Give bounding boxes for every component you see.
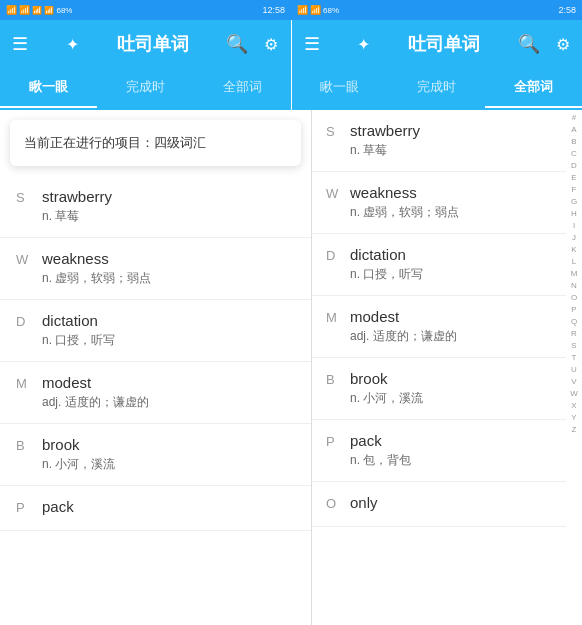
status-time-left: 12:58 xyxy=(262,5,285,15)
alpha-letter[interactable]: T xyxy=(572,352,577,364)
right-word-letter: B xyxy=(326,370,340,387)
alpha-letter[interactable]: B xyxy=(571,136,576,148)
alpha-letter[interactable]: V xyxy=(571,376,576,388)
search-icon-right[interactable]: 🔍 xyxy=(518,33,540,55)
right-list-item[interactable]: M modest adj. 适度的；谦虚的 xyxy=(312,296,566,358)
gear-icon-right[interactable]: ⚙ xyxy=(556,35,570,54)
alpha-letter[interactable]: W xyxy=(570,388,578,400)
right-word-name: pack xyxy=(350,432,552,449)
header-right: ☰ ✦ 吐司单词 🔍 ⚙ xyxy=(292,20,583,68)
menu-icon-left[interactable]: ☰ xyxy=(12,33,28,55)
alpha-letter[interactable]: K xyxy=(571,244,576,256)
status-bar-container: 📶 📶 📶 📶 68% 12:58 📶 📶 68% 2:58 xyxy=(0,0,582,20)
right-list-item[interactable]: D dictation n. 口授，听写 xyxy=(312,234,566,296)
alpha-letter[interactable]: Q xyxy=(571,316,577,328)
right-word-letter: P xyxy=(326,432,340,449)
left-list-item[interactable]: W weakness n. 虚弱，软弱；弱点 xyxy=(0,238,311,300)
right-list-item[interactable]: P pack n. 包，背包 xyxy=(312,420,566,482)
search-icon-left[interactable]: 🔍 xyxy=(226,33,248,55)
alpha-letter[interactable]: E xyxy=(571,172,576,184)
right-word-content: brook n. 小河，溪流 xyxy=(350,370,552,407)
right-word-content: strawberry n. 草莓 xyxy=(350,122,552,159)
right-word-content: weakness n. 虚弱，软弱；弱点 xyxy=(350,184,552,221)
word-letter: B xyxy=(16,436,30,453)
tab-right-2[interactable]: 全部词 xyxy=(485,68,582,108)
tabs-left: 瞅一眼 完成时 全部词 xyxy=(0,68,291,110)
right-word-letter: W xyxy=(326,184,340,201)
alpha-letter[interactable]: R xyxy=(571,328,577,340)
battery-text-r: 68% xyxy=(323,6,339,15)
right-word-name: strawberry xyxy=(350,122,552,139)
alpha-letter[interactable]: X xyxy=(571,400,576,412)
alpha-letter[interactable]: G xyxy=(571,196,577,208)
word-content: weakness n. 虚弱，软弱；弱点 xyxy=(42,250,295,287)
menu-icon-right[interactable]: ☰ xyxy=(304,33,320,55)
alpha-letter[interactable]: J xyxy=(572,232,576,244)
left-list-item[interactable]: B brook n. 小河，溪流 xyxy=(0,424,311,486)
tab-left-2[interactable]: 全部词 xyxy=(194,68,291,108)
alpha-letter[interactable]: # xyxy=(572,112,576,124)
battery-text: 📶 📶 68% xyxy=(32,6,72,15)
left-list-item[interactable]: P pack xyxy=(0,486,311,531)
alpha-letter[interactable]: Y xyxy=(571,412,576,424)
right-list-item[interactable]: B brook n. 小河，溪流 xyxy=(312,358,566,420)
left-panel: 当前正在进行的项目：四级词汇 S strawberry n. 草莓 W weak… xyxy=(0,110,311,625)
alpha-letter[interactable]: D xyxy=(571,160,577,172)
left-list-item[interactable]: M modest adj. 适度的；谦虚的 xyxy=(0,362,311,424)
status-left-icons: 📶 📶 📶 📶 68% xyxy=(6,5,72,15)
alpha-letter[interactable]: F xyxy=(572,184,577,196)
notification-text: 当前正在进行的项目：四级词汇 xyxy=(24,135,206,150)
right-panel: S strawberry n. 草莓 W weakness n. 虚弱，软弱；弱… xyxy=(312,110,582,625)
alpha-letter[interactable]: I xyxy=(573,220,575,232)
star-icon-right[interactable]: ✦ xyxy=(357,35,370,54)
gear-icon-left[interactable]: ⚙ xyxy=(264,35,278,54)
alpha-letter[interactable]: O xyxy=(571,292,577,304)
word-def: n. 口授，听写 xyxy=(42,332,295,349)
status-bar-right: 📶 📶 68% 2:58 xyxy=(291,0,582,20)
word-name: brook xyxy=(42,436,295,453)
alpha-letter[interactable]: Z xyxy=(572,424,577,436)
tab-left-0[interactable]: 瞅一眼 xyxy=(0,68,97,108)
right-list-item[interactable]: W weakness n. 虚弱，软弱；弱点 xyxy=(312,172,566,234)
right-word-content: modest adj. 适度的；谦虚的 xyxy=(350,308,552,345)
alpha-letter[interactable]: M xyxy=(571,268,578,280)
alpha-letter[interactable]: N xyxy=(571,280,577,292)
header-left: ☰ ✦ 吐司单词 🔍 ⚙ xyxy=(0,20,291,68)
tab-right-1[interactable]: 完成时 xyxy=(388,68,485,108)
right-word-def: n. 包，背包 xyxy=(350,452,552,469)
right-word-content: pack n. 包，背包 xyxy=(350,432,552,469)
right-word-letter: S xyxy=(326,122,340,139)
alpha-letter[interactable]: L xyxy=(572,256,576,268)
alpha-letter[interactable]: A xyxy=(571,124,576,136)
tab-left-1[interactable]: 完成时 xyxy=(97,68,194,108)
alpha-letter[interactable]: C xyxy=(571,148,577,160)
word-name: dictation xyxy=(42,312,295,329)
right-word-def: n. 草莓 xyxy=(350,142,552,159)
word-content: modest adj. 适度的；谦虚的 xyxy=(42,374,295,411)
word-name: modest xyxy=(42,374,295,391)
notification-card: 当前正在进行的项目：四级词汇 xyxy=(10,120,301,166)
signal-icon: 📶 xyxy=(6,5,17,15)
word-content: pack xyxy=(42,498,295,518)
word-letter: P xyxy=(16,498,30,515)
alpha-letter[interactable]: S xyxy=(571,340,576,352)
right-word-letter: O xyxy=(326,494,340,511)
word-content: brook n. 小河，溪流 xyxy=(42,436,295,473)
star-icon-left[interactable]: ✦ xyxy=(66,35,79,54)
alpha-letter[interactable]: P xyxy=(571,304,576,316)
alpha-letter[interactable]: H xyxy=(571,208,577,220)
tab-right-0[interactable]: 瞅一眼 xyxy=(292,68,389,108)
wifi-icon: 📶 xyxy=(19,5,30,15)
left-list-item[interactable]: S strawberry n. 草莓 xyxy=(0,176,311,238)
alpha-letter[interactable]: U xyxy=(571,364,577,376)
tabs-right: 瞅一眼 完成时 全部词 xyxy=(292,68,583,110)
word-letter: M xyxy=(16,374,30,391)
header-right-icons-left: 🔍 ⚙ xyxy=(226,33,278,55)
wifi-icon-r: 📶 xyxy=(310,5,321,15)
status-bar-left: 📶 📶 📶 📶 68% 12:58 xyxy=(0,0,291,20)
right-list-item[interactable]: O only xyxy=(312,482,566,527)
right-word-name: only xyxy=(350,494,552,511)
right-word-list: S strawberry n. 草莓 W weakness n. 虚弱，软弱；弱… xyxy=(312,110,566,625)
left-list-item[interactable]: D dictation n. 口授，听写 xyxy=(0,300,311,362)
right-list-item[interactable]: S strawberry n. 草莓 xyxy=(312,110,566,172)
